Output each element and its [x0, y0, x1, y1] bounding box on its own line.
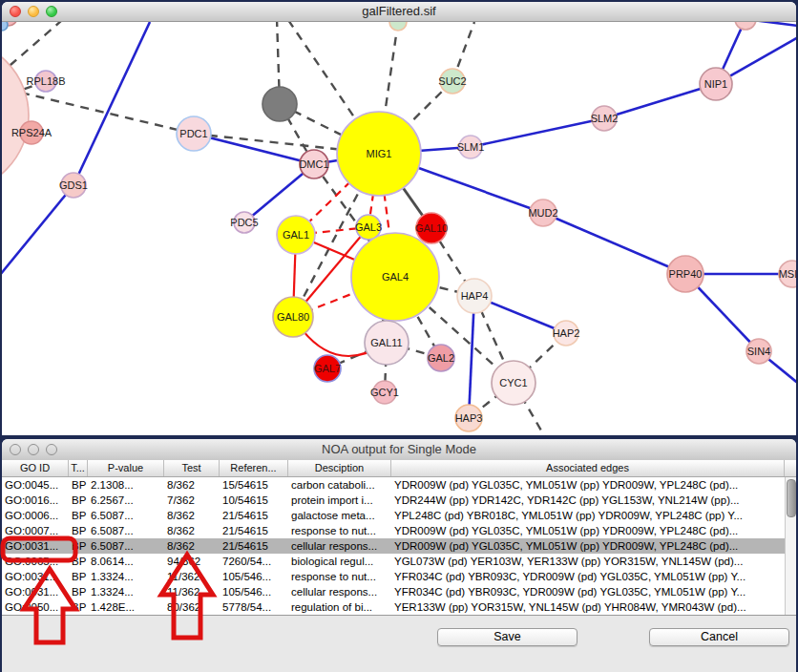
cell-go_id: GO:0045... [2, 477, 69, 493]
cell-associated_edges: YDR244W (pp) YDR142C, YDR142C (pp) YGL15… [391, 493, 796, 508]
main-window-title: galFiltered.sif [362, 4, 435, 18]
cell-associated_edges: YDR009W (pd) YGL035C, YML051W (pp) YDR00… [391, 477, 796, 493]
graph-edge[interactable] [74, 22, 150, 185]
graph-node-label: SIN4 [747, 346, 770, 357]
cell-type: BP [69, 477, 88, 493]
cell-associated_edges: YER133W (pp) YOR315W, YNL145W (pd) YHR08… [391, 599, 796, 615]
graph-edge[interactable] [469, 296, 474, 418]
cell-p_value: 1.428E... [88, 599, 164, 615]
graph-edge[interactable] [604, 84, 716, 118]
minimize-button[interactable] [28, 444, 39, 455]
cell-test: 7/362 [164, 493, 220, 508]
table-row[interactable]: GO:0031...BP6.5087...8/36221/54615cellul… [2, 538, 796, 554]
cell-associated_edges: YPL248C (pd) YBR018C, YML051W (pp) YDR00… [391, 508, 796, 523]
graph-node-label: PDC5 [230, 217, 258, 228]
cell-go_id: GO:0065... [2, 554, 69, 569]
graph-node-label: GCY1 [370, 387, 399, 398]
cell-test: 8/362 [164, 477, 220, 493]
graph-node-label: RPS24A [11, 127, 52, 138]
table-row[interactable]: GO:0016...BP6.2567...7/36210/54615protei… [2, 493, 796, 508]
graph-node-label: HAP4 [461, 290, 489, 302]
cell-type: BP [69, 493, 88, 508]
column-header-test[interactable]: Test [164, 460, 220, 476]
graph-node-label: SLM2 [591, 113, 619, 124]
graph-node-label: GAL4 [382, 271, 409, 283]
minimize-button[interactable] [28, 6, 39, 17]
noa-window-titlebar[interactable]: NOA output for Single Mode [2, 439, 796, 461]
table-header-row: GO IDT...P-valueTestReferen...Desciption… [2, 460, 796, 477]
cell-p_value: 6.5087... [88, 523, 164, 538]
graph-node-label: SLM1 [457, 141, 485, 153]
graph-node-label: GAL1 [283, 229, 309, 241]
graph-node-label: NIP1 [704, 78, 727, 90]
table-row[interactable]: GO:0065...BP8.0614...94/3627260/54...bio… [2, 554, 796, 569]
graph-node-top-right-pink[interactable] [735, 22, 756, 30]
cell-description: regulation of bi... [288, 599, 391, 615]
cell-description: galactose meta... [288, 508, 391, 523]
graph-node-label: GAL10 [415, 222, 448, 234]
table-row[interactable]: GO:0006...BP6.5087...8/36221/54615galact… [2, 508, 796, 523]
table-row[interactable]: GO:0050...BP1.428E...80/3625778/54...reg… [2, 599, 796, 615]
cell-test: 11/362 [164, 569, 220, 584]
graph-node-label: SUC2 [438, 75, 466, 87]
zoom-button[interactable] [46, 6, 57, 17]
graph-node-label: PRP40 [669, 268, 703, 280]
cancel-button[interactable]: Cancel [649, 628, 789, 646]
cell-type: BP [69, 569, 88, 584]
cell-type: BP [69, 554, 88, 569]
table-row[interactable]: GO:0045...BP2.1308...8/36215/54615carbon… [2, 477, 796, 493]
cell-reference: 5778/54... [220, 599, 288, 615]
graph-edge[interactable] [471, 118, 604, 147]
vertical-scrollbar[interactable] [785, 477, 796, 615]
graph-node-label: PDC1 [179, 128, 207, 139]
table-row[interactable]: GO:0007...BP6.5087...8/36221/54615respon… [2, 523, 796, 538]
graph-node-gray-node[interactable] [262, 87, 297, 121]
main-window-titlebar[interactable]: galFiltered.sif [2, 2, 796, 22]
table-row[interactable]: GO:0031...BP1.3324...11/362105/546...cel… [2, 584, 796, 599]
graph-edge[interactable] [2, 185, 74, 275]
cell-p_value: 6.5087... [88, 538, 164, 554]
network-canvas[interactable]: RPL18BRPS24AGDS1PDC1DMC1MIG1SLM1SLM2NIP1… [2, 22, 796, 435]
graph-node-label: GAL80 [277, 311, 309, 323]
cell-test: 80/362 [164, 599, 220, 615]
cell-go_id: GO:0031... [2, 538, 69, 554]
cell-type: BP [69, 523, 88, 538]
cell-associated_edges: YDR009W (pd) YGL035C, YML051W (pp) YDR00… [391, 538, 796, 554]
cell-reference: 21/54615 [220, 508, 288, 523]
column-header-go_id[interactable]: GO ID [2, 460, 69, 476]
column-header-associated_edges[interactable]: Associated edges [391, 460, 785, 476]
scrollbar-thumb[interactable] [787, 479, 796, 517]
cell-test: 8/362 [164, 523, 220, 538]
close-button[interactable] [10, 444, 21, 455]
save-button[interactable]: Save [437, 628, 578, 646]
column-header-p_value[interactable]: P-value [88, 460, 164, 476]
graph-edge[interactable] [543, 213, 685, 274]
graph-node-top-left-blue[interactable] [2, 22, 8, 31]
column-header-description[interactable]: Desciption [288, 460, 391, 476]
cell-go_id: GO:0031... [2, 584, 69, 599]
cell-go_id: GO:0050... [2, 599, 69, 615]
cell-reference: 105/546... [220, 569, 288, 584]
graph-node-top-green[interactable] [389, 22, 407, 31]
cell-type: BP [69, 508, 88, 523]
graph-edge[interactable] [194, 134, 314, 164]
graph-node-label: GAL3 [355, 221, 382, 233]
cell-description: cellular respons... [288, 538, 391, 554]
cell-go_id: GO:0016... [2, 493, 69, 508]
close-button[interactable] [10, 6, 21, 17]
cell-associated_edges: YDR009W (pd) YGL035C, YML051W (pp) YDR00… [391, 523, 796, 538]
cell-p_value: 2.1308... [88, 477, 164, 493]
cell-type: BP [69, 584, 88, 599]
graph-node-label: MSL1 [779, 268, 796, 280]
graph-node-label: CYC1 [499, 377, 527, 388]
noa-window-controls [10, 444, 57, 455]
column-header-type[interactable]: T... [69, 460, 88, 476]
graph-node-label: GAL7 [314, 363, 341, 374]
column-header-reference[interactable]: Referen... [220, 460, 288, 476]
zoom-button[interactable] [46, 444, 57, 455]
graph-node-label: HAP2 [553, 327, 580, 339]
noa-results-table: GO IDT...P-valueTestReferen...Desciption… [2, 460, 796, 616]
table-row[interactable]: GO:0031...BP1.3324...11/362105/546...res… [2, 569, 796, 584]
cell-description: biological regul... [288, 554, 391, 569]
cell-reference: 21/54615 [220, 538, 288, 554]
